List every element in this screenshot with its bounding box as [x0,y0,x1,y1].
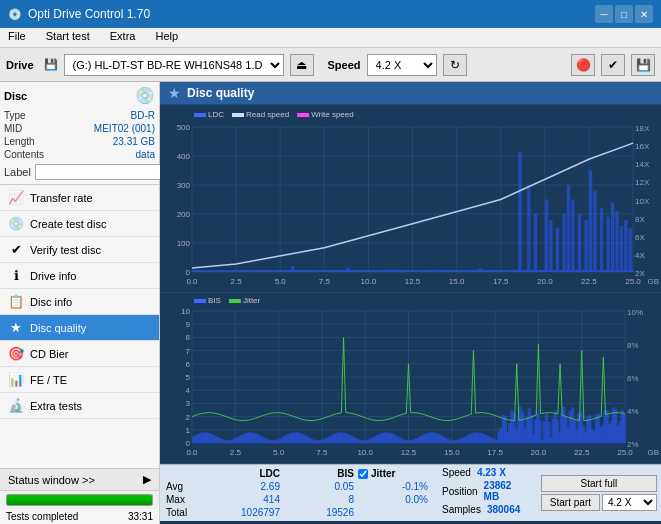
bis-jitter-chart [160,293,661,463]
speed-info-value: 4.23 X [477,467,506,478]
progress-bar-fill [7,495,152,505]
sidebar-status: Status window >> ▶ Tests completed 33:31 [0,468,159,524]
app-icon: 💿 [8,8,22,21]
stats-jitter-header: Jitter [358,468,428,479]
menu-help[interactable]: Help [151,30,182,45]
status-completed-text: Tests completed [6,511,78,522]
verify-test-disc-icon: ✔ [8,242,24,257]
nav-items: 📈 Transfer rate💿 Create test disc✔ Verif… [0,185,159,419]
minimize-button[interactable]: ─ [595,5,613,23]
sidebar-item-verify-test-disc[interactable]: ✔ Verify test disc [0,237,159,263]
eject-button[interactable]: ⏏ [290,54,314,76]
chevron-icon: ▶ [143,473,151,486]
sidebar-item-fe-te[interactable]: 📊 FE / TE [0,367,159,393]
disc-icon: 💿 [135,86,155,105]
refresh-button[interactable]: ↻ [443,54,467,76]
stats-bis-header: BIS [284,468,354,479]
menu-file[interactable]: File [4,30,30,45]
total-jitter [358,507,428,518]
burn-button[interactable]: 🔴 [571,54,595,76]
transfer-rate-label: Transfer rate [30,192,93,204]
save-button[interactable]: 💾 [631,54,655,76]
ldc-chart [160,105,661,292]
total-label: Total [166,507,206,518]
mid-value: MEIT02 (001) [94,123,155,134]
stats-total-row: Total 1026797 19526 [166,506,428,519]
avg-jitter: -0.1% [358,481,428,492]
drive-label: Drive [6,59,34,71]
sidebar-item-drive-info[interactable]: ℹ Drive info [0,263,159,289]
max-ldc: 414 [210,494,280,505]
create-test-disc-label: Create test disc [30,218,106,230]
avg-ldc: 2.69 [210,481,280,492]
toolbar: Drive 💾 (G:) HL-DT-ST BD-RE WH16NS48 1.D… [0,48,661,82]
fe-te-icon: 📊 [8,372,24,387]
sidebar-item-disc-info[interactable]: 📋 Disc info [0,289,159,315]
speed-select[interactable]: 4.2 X [367,54,437,76]
maximize-button[interactable]: □ [615,5,633,23]
position-label: Position [442,486,478,497]
jitter-checkbox[interactable] [358,469,368,479]
stats-header-row: LDC BIS Jitter [166,467,428,480]
contents-value: data [136,149,155,160]
content-title: Disc quality [187,86,254,100]
speed-select-small[interactable]: 4.2 X [602,494,657,511]
cd-bier-label: CD Bier [30,348,69,360]
disc-panel-title: Disc [4,90,27,102]
stats-empty-col [166,468,206,479]
length-label: Length [4,136,35,147]
sidebar: Disc 💿 Type BD-R MID MEIT02 (001) Length… [0,82,160,524]
total-bis: 19526 [284,507,354,518]
start-part-button[interactable]: Start part [541,494,600,511]
samples-value: 380064 [487,504,520,515]
sidebar-item-transfer-rate[interactable]: 📈 Transfer rate [0,185,159,211]
content-area: ★ Disc quality LDC BIS [160,82,661,524]
avg-bis: 0.05 [284,481,354,492]
upper-chart-area [160,105,661,293]
speed-info-label: Speed [442,467,471,478]
sidebar-item-create-test-disc[interactable]: 💿 Create test disc [0,211,159,237]
menu-start-test[interactable]: Start test [42,30,94,45]
app-title: Opti Drive Control 1.70 [28,7,150,21]
progress-container [0,491,159,509]
extra-tests-label: Extra tests [30,400,82,412]
transfer-rate-icon: 📈 [8,190,24,205]
disc-info-label: Disc info [30,296,72,308]
disc-quality-icon: ★ [8,320,24,335]
sidebar-item-disc-quality[interactable]: ★ Disc quality [0,315,159,341]
status-text-row: Tests completed 33:31 [0,509,159,524]
stats-table: LDC BIS Jitter Avg 2.69 0.05 -0.1% [160,465,434,521]
close-button[interactable]: ✕ [635,5,653,23]
menu-extra[interactable]: Extra [106,30,140,45]
sidebar-item-extra-tests[interactable]: 🔬 Extra tests [0,393,159,419]
drive-info-label: Drive info [30,270,76,282]
bottom-stats: LDC BIS Jitter Avg 2.69 0.05 -0.1% [160,464,661,521]
speed-info: Speed 4.23 X Position 23862 MB Samples 3… [434,465,537,521]
type-label: Type [4,110,26,121]
extra-tests-icon: 🔬 [8,398,24,413]
progress-bar-bg [6,494,153,506]
lower-chart-area [160,293,661,464]
verify-button[interactable]: ✔ [601,54,625,76]
drive-select[interactable]: (G:) HL-DT-ST BD-RE WH16NS48 1.D3 [64,54,284,76]
titlebar: 💿 Opti Drive Control 1.70 ─ □ ✕ [0,0,661,28]
length-value: 23.31 GB [113,136,155,147]
disc-panel: Disc 💿 Type BD-R MID MEIT02 (001) Length… [0,82,159,185]
position-value: 23862 MB [484,480,529,502]
status-window-button[interactable]: Status window >> ▶ [0,469,159,491]
drive-info-icon: ℹ [8,268,24,283]
max-jitter: 0.0% [358,494,428,505]
fe-te-label: FE / TE [30,374,67,386]
verify-test-disc-label: Verify test disc [30,244,101,256]
max-bis: 8 [284,494,354,505]
stats-ldc-header: LDC [210,468,280,479]
total-ldc: 1026797 [210,507,280,518]
cd-bier-icon: 🎯 [8,346,24,361]
start-full-button[interactable]: Start full [541,475,657,492]
label-label: Label [4,166,31,178]
stats-max-row: Max 414 8 0.0% [166,493,428,506]
sidebar-item-cd-bier[interactable]: 🎯 CD Bier [0,341,159,367]
label-input[interactable] [35,164,168,180]
drive-icon: 💾 [44,58,58,71]
charts-container: LDC BIS Jitter Avg 2.69 0.05 -0.1% [160,105,661,521]
